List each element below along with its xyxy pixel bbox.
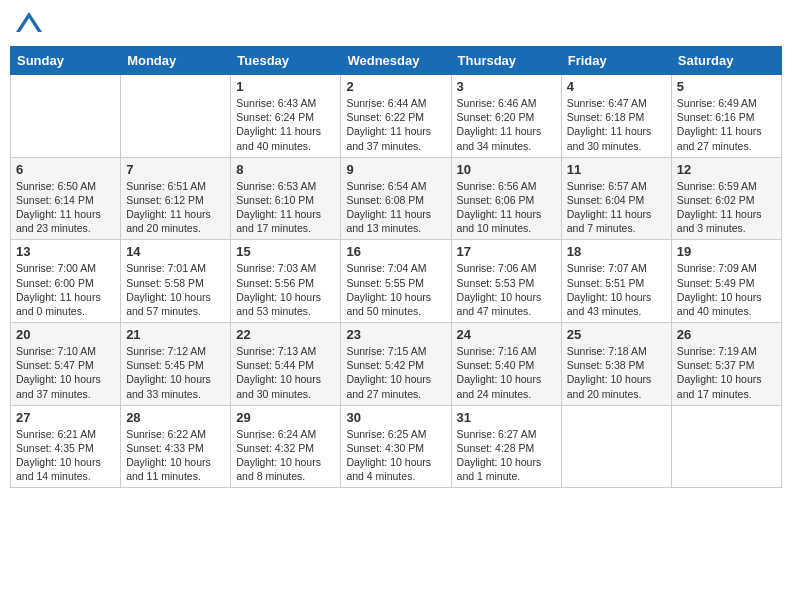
calendar-cell: 16Sunrise: 7:04 AM Sunset: 5:55 PM Dayli… — [341, 240, 451, 323]
day-info: Sunrise: 6:59 AM Sunset: 6:02 PM Dayligh… — [677, 179, 776, 236]
logo-icon — [14, 10, 44, 40]
calendar-cell: 29Sunrise: 6:24 AM Sunset: 4:32 PM Dayli… — [231, 405, 341, 488]
day-number: 30 — [346, 410, 445, 425]
day-info: Sunrise: 6:43 AM Sunset: 6:24 PM Dayligh… — [236, 96, 335, 153]
day-info: Sunrise: 7:18 AM Sunset: 5:38 PM Dayligh… — [567, 344, 666, 401]
calendar-week-row: 20Sunrise: 7:10 AM Sunset: 5:47 PM Dayli… — [11, 323, 782, 406]
day-info: Sunrise: 6:54 AM Sunset: 6:08 PM Dayligh… — [346, 179, 445, 236]
day-number: 10 — [457, 162, 556, 177]
day-number: 17 — [457, 244, 556, 259]
day-info: Sunrise: 6:22 AM Sunset: 4:33 PM Dayligh… — [126, 427, 225, 484]
day-number: 3 — [457, 79, 556, 94]
calendar-cell: 25Sunrise: 7:18 AM Sunset: 5:38 PM Dayli… — [561, 323, 671, 406]
calendar-cell: 18Sunrise: 7:07 AM Sunset: 5:51 PM Dayli… — [561, 240, 671, 323]
day-info: Sunrise: 7:15 AM Sunset: 5:42 PM Dayligh… — [346, 344, 445, 401]
calendar-cell: 8Sunrise: 6:53 AM Sunset: 6:10 PM Daylig… — [231, 157, 341, 240]
day-info: Sunrise: 7:00 AM Sunset: 6:00 PM Dayligh… — [16, 261, 115, 318]
day-number: 21 — [126, 327, 225, 342]
day-info: Sunrise: 6:49 AM Sunset: 6:16 PM Dayligh… — [677, 96, 776, 153]
day-number: 27 — [16, 410, 115, 425]
day-info: Sunrise: 7:12 AM Sunset: 5:45 PM Dayligh… — [126, 344, 225, 401]
day-number: 11 — [567, 162, 666, 177]
day-info: Sunrise: 7:01 AM Sunset: 5:58 PM Dayligh… — [126, 261, 225, 318]
day-number: 29 — [236, 410, 335, 425]
day-number: 31 — [457, 410, 556, 425]
calendar-cell — [121, 75, 231, 158]
day-number: 18 — [567, 244, 666, 259]
calendar-cell — [561, 405, 671, 488]
day-number: 12 — [677, 162, 776, 177]
day-info: Sunrise: 7:06 AM Sunset: 5:53 PM Dayligh… — [457, 261, 556, 318]
day-info: Sunrise: 7:13 AM Sunset: 5:44 PM Dayligh… — [236, 344, 335, 401]
day-number: 22 — [236, 327, 335, 342]
calendar-week-row: 1Sunrise: 6:43 AM Sunset: 6:24 PM Daylig… — [11, 75, 782, 158]
day-info: Sunrise: 6:57 AM Sunset: 6:04 PM Dayligh… — [567, 179, 666, 236]
calendar-cell: 11Sunrise: 6:57 AM Sunset: 6:04 PM Dayli… — [561, 157, 671, 240]
day-of-week-header: Sunday — [11, 47, 121, 75]
calendar-cell: 10Sunrise: 6:56 AM Sunset: 6:06 PM Dayli… — [451, 157, 561, 240]
day-number: 28 — [126, 410, 225, 425]
day-number: 14 — [126, 244, 225, 259]
calendar-cell: 22Sunrise: 7:13 AM Sunset: 5:44 PM Dayli… — [231, 323, 341, 406]
day-info: Sunrise: 7:10 AM Sunset: 5:47 PM Dayligh… — [16, 344, 115, 401]
calendar-cell: 24Sunrise: 7:16 AM Sunset: 5:40 PM Dayli… — [451, 323, 561, 406]
day-info: Sunrise: 7:07 AM Sunset: 5:51 PM Dayligh… — [567, 261, 666, 318]
calendar-cell: 12Sunrise: 6:59 AM Sunset: 6:02 PM Dayli… — [671, 157, 781, 240]
day-info: Sunrise: 6:44 AM Sunset: 6:22 PM Dayligh… — [346, 96, 445, 153]
day-number: 6 — [16, 162, 115, 177]
day-info: Sunrise: 6:50 AM Sunset: 6:14 PM Dayligh… — [16, 179, 115, 236]
day-number: 20 — [16, 327, 115, 342]
day-of-week-header: Saturday — [671, 47, 781, 75]
calendar-cell: 6Sunrise: 6:50 AM Sunset: 6:14 PM Daylig… — [11, 157, 121, 240]
day-number: 8 — [236, 162, 335, 177]
calendar-cell: 26Sunrise: 7:19 AM Sunset: 5:37 PM Dayli… — [671, 323, 781, 406]
day-info: Sunrise: 6:53 AM Sunset: 6:10 PM Dayligh… — [236, 179, 335, 236]
day-number: 19 — [677, 244, 776, 259]
calendar-cell: 1Sunrise: 6:43 AM Sunset: 6:24 PM Daylig… — [231, 75, 341, 158]
calendar-cell: 21Sunrise: 7:12 AM Sunset: 5:45 PM Dayli… — [121, 323, 231, 406]
calendar-cell: 2Sunrise: 6:44 AM Sunset: 6:22 PM Daylig… — [341, 75, 451, 158]
calendar-cell: 3Sunrise: 6:46 AM Sunset: 6:20 PM Daylig… — [451, 75, 561, 158]
logo — [14, 10, 48, 40]
calendar-week-row: 13Sunrise: 7:00 AM Sunset: 6:00 PM Dayli… — [11, 240, 782, 323]
day-info: Sunrise: 7:19 AM Sunset: 5:37 PM Dayligh… — [677, 344, 776, 401]
calendar: SundayMondayTuesdayWednesdayThursdayFrid… — [10, 46, 782, 488]
day-of-week-header: Wednesday — [341, 47, 451, 75]
day-info: Sunrise: 7:09 AM Sunset: 5:49 PM Dayligh… — [677, 261, 776, 318]
day-info: Sunrise: 7:03 AM Sunset: 5:56 PM Dayligh… — [236, 261, 335, 318]
day-info: Sunrise: 6:51 AM Sunset: 6:12 PM Dayligh… — [126, 179, 225, 236]
day-info: Sunrise: 6:56 AM Sunset: 6:06 PM Dayligh… — [457, 179, 556, 236]
day-number: 24 — [457, 327, 556, 342]
calendar-cell — [11, 75, 121, 158]
day-info: Sunrise: 7:04 AM Sunset: 5:55 PM Dayligh… — [346, 261, 445, 318]
day-info: Sunrise: 6:47 AM Sunset: 6:18 PM Dayligh… — [567, 96, 666, 153]
day-info: Sunrise: 6:25 AM Sunset: 4:30 PM Dayligh… — [346, 427, 445, 484]
calendar-cell: 20Sunrise: 7:10 AM Sunset: 5:47 PM Dayli… — [11, 323, 121, 406]
day-info: Sunrise: 6:46 AM Sunset: 6:20 PM Dayligh… — [457, 96, 556, 153]
calendar-cell: 4Sunrise: 6:47 AM Sunset: 6:18 PM Daylig… — [561, 75, 671, 158]
day-number: 26 — [677, 327, 776, 342]
day-of-week-header: Friday — [561, 47, 671, 75]
day-info: Sunrise: 6:21 AM Sunset: 4:35 PM Dayligh… — [16, 427, 115, 484]
page-header — [10, 10, 782, 40]
calendar-cell: 19Sunrise: 7:09 AM Sunset: 5:49 PM Dayli… — [671, 240, 781, 323]
calendar-cell: 28Sunrise: 6:22 AM Sunset: 4:33 PM Dayli… — [121, 405, 231, 488]
day-number: 9 — [346, 162, 445, 177]
day-number: 16 — [346, 244, 445, 259]
day-number: 2 — [346, 79, 445, 94]
day-info: Sunrise: 6:27 AM Sunset: 4:28 PM Dayligh… — [457, 427, 556, 484]
calendar-cell: 7Sunrise: 6:51 AM Sunset: 6:12 PM Daylig… — [121, 157, 231, 240]
calendar-header-row: SundayMondayTuesdayWednesdayThursdayFrid… — [11, 47, 782, 75]
calendar-cell: 15Sunrise: 7:03 AM Sunset: 5:56 PM Dayli… — [231, 240, 341, 323]
day-info: Sunrise: 6:24 AM Sunset: 4:32 PM Dayligh… — [236, 427, 335, 484]
day-number: 4 — [567, 79, 666, 94]
day-of-week-header: Thursday — [451, 47, 561, 75]
calendar-cell: 30Sunrise: 6:25 AM Sunset: 4:30 PM Dayli… — [341, 405, 451, 488]
day-number: 23 — [346, 327, 445, 342]
day-number: 7 — [126, 162, 225, 177]
day-number: 15 — [236, 244, 335, 259]
day-of-week-header: Tuesday — [231, 47, 341, 75]
calendar-cell: 9Sunrise: 6:54 AM Sunset: 6:08 PM Daylig… — [341, 157, 451, 240]
calendar-cell: 17Sunrise: 7:06 AM Sunset: 5:53 PM Dayli… — [451, 240, 561, 323]
calendar-week-row: 27Sunrise: 6:21 AM Sunset: 4:35 PM Dayli… — [11, 405, 782, 488]
